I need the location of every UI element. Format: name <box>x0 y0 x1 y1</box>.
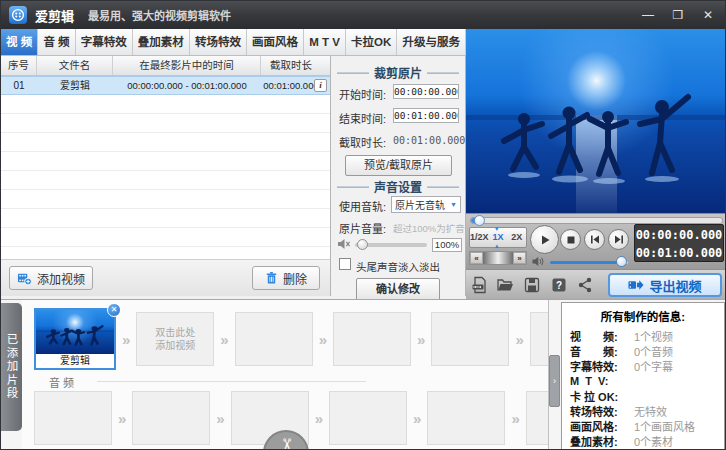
play-button[interactable] <box>530 225 559 254</box>
titlebar: 爱剪辑 最易用、强大的视频剪辑软件 — ❒ ✕ <box>1 1 726 29</box>
tab-video[interactable]: 视 频 <box>1 29 38 55</box>
empty-audio-slot[interactable] <box>34 391 112 445</box>
empty-video-slot-hint[interactable]: 双击此处 添加视频 <box>136 312 214 366</box>
clip-close-icon[interactable]: ✕ <box>107 303 121 317</box>
timecode-display: 00:00:00.000 00:01:00.000 <box>634 224 724 262</box>
speed-1x[interactable]: 1X <box>489 228 508 247</box>
save-icon[interactable] <box>523 276 541 294</box>
minimize-button[interactable]: — <box>633 5 663 25</box>
prev-frame-button[interactable] <box>584 229 605 250</box>
info-panel-title: 所有制作的信息: <box>562 303 724 324</box>
info-rows: 视 频: 1个视频 音 频: 0个音频 字幕特效: 0个字幕 M T V: 卡 … <box>570 328 722 448</box>
info-row-overlay: 叠加素材: 0个素材 <box>570 433 722 448</box>
app-title: 爱剪辑 <box>35 6 74 25</box>
stop-button[interactable] <box>560 229 581 250</box>
speed-half[interactable]: 1/2X <box>470 228 489 247</box>
info-panel-expander[interactable]: › <box>549 355 560 407</box>
chevron-icon: » <box>319 331 327 348</box>
jog-forward-button[interactable]: » <box>513 252 526 264</box>
trash-icon <box>265 271 278 285</box>
tab-transition-fx[interactable]: 转场特效 <box>190 29 247 55</box>
tab-mtv[interactable]: M T V <box>304 29 346 55</box>
cell-index: 01 <box>1 77 37 94</box>
empty-video-slot[interactable] <box>431 312 509 366</box>
clip-list-panel: 序号 文件名 在最终影片中的时间 截取时长 01 爱剪辑 00:00:00.00… <box>1 56 331 296</box>
volume-control <box>532 256 632 268</box>
jog-back-button[interactable]: « <box>470 252 483 264</box>
clip-info-button[interactable]: i <box>314 79 327 92</box>
col-filename: 文件名 <box>37 56 113 75</box>
info-row-karaoke: 卡 拉 OK: <box>570 388 722 403</box>
volume-hint: 超过100%为扩音 <box>393 221 465 235</box>
crop-title: 裁剪原片 <box>374 64 422 81</box>
confirm-change-button[interactable]: 确认修改 <box>356 278 440 301</box>
total-time: 00:01:00.000 <box>635 244 723 262</box>
speed-2x[interactable]: 2X <box>507 228 526 247</box>
next-frame-button[interactable] <box>608 229 629 250</box>
empty-audio-slot[interactable] <box>427 391 505 445</box>
start-time-input[interactable] <box>393 84 459 99</box>
video-converter-icon[interactable] <box>470 276 488 294</box>
share-icon[interactable] <box>576 276 594 294</box>
tab-audio[interactable]: 音 频 <box>38 29 75 55</box>
info-row-video: 视 频: 1个视频 <box>570 328 722 343</box>
empty-video-slot[interactable] <box>530 312 549 366</box>
current-time: 00:00:00.000 <box>635 226 723 244</box>
cut-duration-label: 截取时长: <box>339 134 386 150</box>
jog-shuttle: « » <box>469 251 527 265</box>
chevron-icon: » <box>511 410 519 427</box>
prev-frame-icon <box>590 235 600 244</box>
table-row[interactable]: 01 爱剪辑 00:00:00.000 - 00:01:00.000 00:01… <box>1 76 330 95</box>
chevron-icon: » <box>417 331 425 348</box>
add-video-icon <box>17 271 32 286</box>
add-video-button[interactable]: 添加视频 <box>9 266 93 290</box>
dropdown-arrow-icon: ▼ <box>450 201 460 208</box>
audio-track-select[interactable]: 原片无音轨 ▼ <box>391 196 461 213</box>
chevron-icon: » <box>122 331 130 348</box>
tab-overlay-material[interactable]: 叠加素材 <box>133 29 190 55</box>
cell-duration: 00:01:00.000 <box>261 77 321 94</box>
fade-checkbox[interactable] <box>339 258 351 270</box>
tab-upgrade-service[interactable]: 升级与服务 <box>397 29 466 55</box>
video-preview[interactable] <box>466 29 726 213</box>
preview-cut-button[interactable]: 预览/截取原片 <box>345 155 452 176</box>
empty-video-slot[interactable] <box>235 312 313 366</box>
cell-filename: 爱剪辑 <box>37 77 113 94</box>
jog-knob[interactable] <box>483 252 513 264</box>
col-final-time: 在最终影片中的时间 <box>113 56 261 75</box>
sound-section-title: 声音设置 <box>337 178 459 195</box>
info-row-subtitle: 字幕特效: 0个字幕 <box>570 358 722 373</box>
timeline-panel: 已添加片段 <box>1 299 726 450</box>
open-folder-icon[interactable] <box>496 276 514 294</box>
col-index: 序号 <box>1 56 37 75</box>
help-icon[interactable]: ? <box>550 276 568 294</box>
empty-video-slot[interactable] <box>333 312 411 366</box>
production-info-panel: 所有制作的信息: 视 频: 1个视频 音 频: 0个音频 字幕特效: 0个字幕 … <box>561 302 725 450</box>
clip-thumbnail <box>36 310 114 354</box>
settings-panel: 裁剪原片 开始时间: 结束时间: 截取时长: 00:01:00.000 预览/截… <box>331 56 466 296</box>
volume-slider-knob[interactable] <box>357 239 368 250</box>
delete-button[interactable]: 删除 <box>252 266 320 290</box>
export-video-button[interactable]: 导出视频 <box>608 273 722 297</box>
player-volume-knob[interactable] <box>616 256 627 267</box>
maximize-button[interactable]: ❒ <box>663 5 693 25</box>
seek-bar[interactable] <box>470 217 723 224</box>
empty-audio-slot[interactable] <box>329 391 407 445</box>
export-icon <box>628 278 644 292</box>
close-button[interactable]: ✕ <box>693 5 723 25</box>
tab-picture-style[interactable]: 画面风格 <box>247 29 304 55</box>
end-time-label: 结束时间: <box>339 110 386 126</box>
player-toolbar: ? 导出视频 <box>466 269 726 299</box>
tab-subtitle-fx[interactable]: 字幕特效 <box>76 29 133 55</box>
play-icon <box>539 234 551 246</box>
chevron-icon: » <box>413 410 421 427</box>
end-time-input[interactable] <box>393 108 459 123</box>
info-row-transition: 转场特效: 无特效 <box>570 403 722 418</box>
tab-karaoke[interactable]: 卡拉OK <box>346 29 397 55</box>
seek-handle[interactable] <box>474 215 485 226</box>
chevron-icon: » <box>118 410 126 427</box>
timeline-clip[interactable]: 爱剪辑 ✕ <box>34 308 116 370</box>
empty-audio-slot[interactable] <box>526 391 549 445</box>
empty-audio-slot[interactable] <box>132 391 210 445</box>
added-clips-tab[interactable]: 已添加片段 <box>1 303 22 431</box>
